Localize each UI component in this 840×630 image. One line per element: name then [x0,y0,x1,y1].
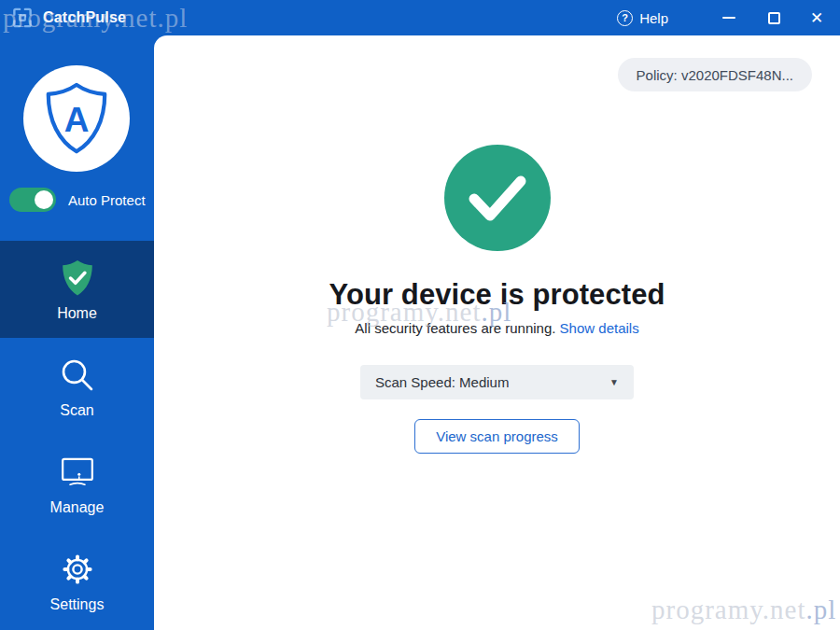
titlebar-controls: ? Help ✕ [617,0,840,35]
help-label: Help [639,10,668,26]
sidebar: A Auto Protect Home [0,35,154,630]
sidebar-item-scan[interactable]: Scan [0,338,154,435]
close-icon: ✕ [810,8,823,28]
gear-icon [57,549,98,590]
minimize-icon [722,17,735,19]
auto-protect-toggle[interactable] [9,188,56,212]
titlebar: CatchPulse ? Help ✕ [0,0,840,35]
sidebar-item-label: Manage [50,499,105,516]
status-title: Your device is protected [329,278,665,312]
scan-speed-dropdown[interactable]: Scan Speed: Medium ▼ [360,365,634,399]
home-shield-check-icon [57,258,98,299]
sidebar-item-home[interactable]: Home [0,241,154,338]
status-subtitle-text: All security features are running. [355,320,555,336]
toggle-knob [35,190,53,209]
main-panel: Policy: v2020FDSF48N... Your device is p… [154,35,840,630]
app-window: CatchPulse ? Help ✕ A [0,0,840,630]
auto-protect-label: Auto Protect [68,192,146,208]
sidebar-nav: Home Scan Manage [0,241,154,629]
scan-speed-value: Scan Speed: Medium [375,374,509,390]
close-button[interactable]: ✕ [801,0,833,35]
sidebar-item-label: Home [57,305,97,322]
maximize-icon [768,12,780,24]
sidebar-item-settings[interactable]: Settings [0,532,154,629]
magnifier-icon [57,355,98,396]
shield-a-icon: A [37,79,116,158]
help-button[interactable]: ? Help [617,10,668,26]
brand-shield-badge: A [23,65,130,172]
monitor-icon [56,452,99,493]
sidebar-item-label: Scan [60,402,93,419]
minimize-button[interactable] [713,0,745,35]
logo-letter: A [64,101,90,139]
show-details-link[interactable]: Show details [560,320,639,336]
app-title: CatchPulse [43,9,126,26]
maximize-button[interactable] [758,0,790,35]
app-logo-icon [9,6,35,30]
protected-check-icon [444,145,551,251]
sidebar-item-manage[interactable]: Manage [0,435,154,532]
sidebar-item-label: Settings [50,596,105,613]
status-subtitle: All security features are running. Show … [355,320,638,336]
chevron-down-icon: ▼ [609,377,619,387]
help-icon: ? [617,10,633,26]
policy-button[interactable]: Policy: v2020FDSF48N... [618,58,812,91]
content-row: A Auto Protect Home [0,35,840,630]
auto-protect-row: Auto Protect [9,188,146,212]
view-scan-progress-button[interactable]: View scan progress [414,419,580,454]
